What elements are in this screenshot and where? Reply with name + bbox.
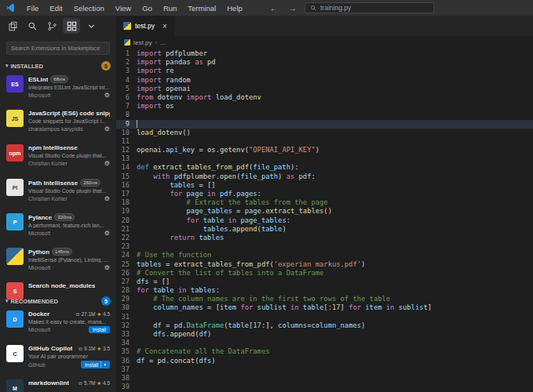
code-line-8[interactable]: 8 — [116, 111, 533, 119]
extension-npm-intellisense[interactable]: npmnpm IntellisenseVisual Studio Code pl… — [0, 141, 116, 176]
code-line-19[interactable]: 19 page_tables = page.extract_tables() — [116, 207, 533, 216]
line-number: 28 — [116, 286, 137, 295]
code-line-17[interactable]: 17 for page in pdf.pages: — [116, 190, 533, 198]
gear-icon[interactable]: ⚙ — [104, 92, 110, 99]
install-button[interactable]: Install▾ — [81, 361, 110, 368]
code-text: load_dotenv() — [137, 129, 533, 137]
code-line-36[interactable]: 36df = pd.concat(dfs) — [116, 357, 533, 365]
code-line-38[interactable]: 38 — [116, 374, 533, 383]
extension-github-copilot[interactable]: CGitHub Copilot⊙ 9.1M ★ 3.5Your AI pair … — [0, 342, 116, 376]
explorer-icon[interactable] — [4, 18, 21, 34]
code-line-26[interactable]: 26# Convert the list of tables into a Da… — [116, 269, 533, 278]
code-line-14[interactable]: 14def extract_tables_from_pdf(file_path)… — [116, 163, 533, 172]
code-line-23[interactable]: 23 — [116, 242, 533, 251]
code-line-31[interactable]: 31 — [116, 313, 533, 321]
code-line-2[interactable]: 2import pandas as pd — [116, 58, 533, 67]
extension-stats: ⊙ 5.7M ★ 4.5 — [78, 380, 110, 387]
extension-eslint[interactable]: ESESLint68msIntegrates ESLint JavaScript… — [0, 72, 116, 107]
search-icon[interactable] — [24, 18, 41, 34]
code-editor[interactable]: 1import pdfplumber2import pandas as pd3i… — [116, 49, 533, 392]
code-line-11[interactable]: 11 — [116, 137, 533, 146]
line-number: 23 — [116, 242, 137, 251]
extension-search-node-modules[interactable]: SSearch node_modules — [0, 279, 116, 295]
extension-description: Integrates ESLint JavaScript int... — [28, 85, 110, 90]
install-button[interactable]: Install — [89, 326, 110, 333]
menu-terminal[interactable]: Terminal — [182, 2, 221, 14]
code-line-9[interactable]: 9 — [116, 120, 533, 129]
code-line-1[interactable]: 1import pdfplumber — [116, 49, 533, 58]
code-line-13[interactable]: 13 — [116, 154, 533, 163]
code-line-27[interactable]: 27dfs = [] — [116, 278, 533, 286]
python-extension-icon — [6, 248, 24, 265]
code-line-39[interactable]: 39 — [116, 383, 533, 391]
installs-icon: ⊙ — [78, 346, 82, 351]
code-text: dfs.append(df) — [137, 330, 533, 339]
code-line-35[interactable]: 35# Concatenate all the DataFrames — [116, 347, 533, 356]
menu-view[interactable]: View — [110, 2, 137, 14]
code-line-32[interactable]: 32 df = pd.DataFrame(table[17:], columns… — [116, 321, 533, 330]
code-line-10[interactable]: 10load_dotenv() — [116, 129, 533, 137]
section-label: INSTALLED — [11, 63, 44, 70]
code-line-29[interactable]: 29 # The column names are in the first t… — [116, 295, 533, 303]
nav-back-icon[interactable]: ← — [270, 4, 278, 13]
star-icon: ★ — [97, 311, 101, 317]
code-line-7[interactable]: 7import os — [116, 102, 533, 111]
menu-help[interactable]: Help — [221, 2, 248, 14]
code-line-3[interactable]: 3import re — [116, 67, 533, 75]
gear-icon[interactable]: ⚙ — [104, 160, 110, 167]
breadcrumb-symbol[interactable]: ... — [160, 39, 166, 46]
code-line-12[interactable]: 12openai.api_key = os.getenv("OPENAI_API… — [116, 146, 533, 154]
code-line-37[interactable]: 37 — [116, 365, 533, 374]
tab-test-py[interactable]: test.py × — [116, 16, 175, 36]
code-line-5[interactable]: 5import openai — [116, 85, 533, 93]
menu-go[interactable]: Go — [137, 2, 158, 14]
menu-file[interactable]: File — [21, 2, 44, 14]
code-line-30[interactable]: 30 column_names = [item for sublist in t… — [116, 303, 533, 312]
code-line-16[interactable]: 16 tables = [] — [116, 181, 533, 190]
code-line-24[interactable]: 24# Use the function — [116, 251, 533, 260]
line-number: 26 — [116, 269, 137, 278]
source-control-icon[interactable] — [43, 18, 60, 34]
extension-pylance[interactable]: PPylance320msA performant, feature-rich … — [0, 210, 116, 245]
code-line-20[interactable]: 20 for table in page_tables: — [116, 216, 533, 225]
star-icon: ★ — [97, 346, 101, 351]
extensions-search-input[interactable] — [6, 42, 110, 55]
command-center-search[interactable]: training.py — [305, 2, 434, 13]
breadcrumb-file[interactable]: test.py — [133, 39, 152, 46]
code-line-4[interactable]: 4import random — [116, 76, 533, 85]
extension-javascript-es6-code-snippets[interactable]: JSJavaScript (ES6) code snippetsCode sni… — [0, 107, 116, 141]
gear-icon[interactable]: ⚙ — [104, 125, 110, 132]
extension-publisher: Microsoft — [28, 327, 50, 332]
extension-name: npm Intellisense — [28, 144, 78, 151]
menu-selection[interactable]: Selection — [68, 2, 110, 14]
code-line-34[interactable]: 34 — [116, 339, 533, 347]
code-line-18[interactable]: 18 # Extract the tables from the page — [116, 198, 533, 207]
chevron-down-icon[interactable]: ▾ — [104, 362, 106, 367]
menu-run[interactable]: Run — [158, 2, 182, 14]
extensions-icon[interactable] — [63, 18, 80, 34]
code-line-21[interactable]: 21 tables.append(table) — [116, 225, 533, 234]
gear-icon[interactable]: ⚙ — [104, 195, 110, 202]
chevron-down-icon: ▾ — [5, 298, 9, 304]
code-line-6[interactable]: 6from dotenv import load_dotenv — [116, 93, 533, 102]
code-text — [137, 137, 533, 146]
close-icon[interactable]: × — [162, 22, 167, 31]
menu-bar: FileEditSelectionViewGoRunTerminalHelp — [21, 2, 248, 14]
line-number: 9 — [116, 120, 137, 129]
extension-path-intellisense[interactable]: PIPath Intellisense260msVisual Studio Co… — [0, 176, 116, 210]
gear-icon[interactable]: ⚙ — [104, 264, 110, 271]
extension-markdownlint[interactable]: Mmarkdownlint⊙ 5.7M ★ 4.5 — [0, 376, 116, 392]
menu-edit[interactable]: Edit — [44, 2, 68, 14]
section-header-installed[interactable]: ▾INSTALLED8 — [0, 60, 116, 72]
extension-docker[interactable]: DDocker⊙ 27.1M ★ 4.5Makes it easy to cre… — [0, 307, 116, 342]
workbench: ▾INSTALLED8ESESLint68msIntegrates ESLint… — [0, 16, 533, 392]
nav-forward-icon[interactable]: → — [289, 4, 297, 13]
more-icon[interactable] — [82, 18, 100, 34]
extension-python[interactable]: Python145msIntelliSense (Pylance), Linti… — [0, 245, 116, 279]
code-line-25[interactable]: 25tables = extract_tables_from_pdf('expe… — [116, 260, 533, 269]
code-line-15[interactable]: 15 with pdfplumber.open(file_path) as pd… — [116, 172, 533, 181]
gear-icon[interactable]: ⚙ — [104, 230, 110, 237]
code-line-28[interactable]: 28for table in tables: — [116, 286, 533, 295]
code-line-22[interactable]: 22 return tables — [116, 234, 533, 242]
code-line-33[interactable]: 33 dfs.append(df) — [116, 330, 533, 339]
